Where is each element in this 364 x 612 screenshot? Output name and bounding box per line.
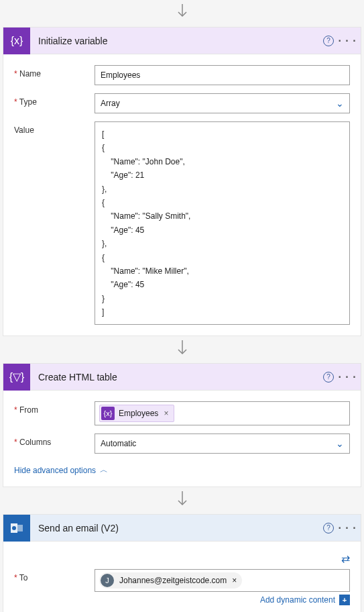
action-title: Send an email (V2) [30,523,319,533]
chevron-down-icon: ⌄ [336,438,344,449]
action-title: Create HTML table [30,372,319,382]
label-from: From [14,401,95,425]
svg-point-5 [12,526,16,530]
avatar: J [101,574,114,587]
variable-icon: {x} [3,28,30,54]
menu-button[interactable]: · · · [338,519,357,538]
add-dynamic-content-link[interactable]: Add dynamic content + [95,595,350,605]
help-button[interactable]: ? [319,32,338,50]
action-initialize-variable: {x} Initialize variable ? · · · Name Emp… [3,27,361,336]
variable-icon: {x} [101,407,115,420]
value-textarea[interactable]: [ { "Name": "John Doe", "Age": 21 }, { "… [95,121,350,325]
svg-rect-4 [17,525,23,531]
label-type: Type [14,93,95,113]
columns-select-value: Automatic [101,439,136,448]
label-name: Name [14,65,95,85]
to-input[interactable]: J Johannes@zeitgeistcode.com × [95,569,350,592]
chevron-down-icon: ⌄ [336,98,344,109]
type-select-value: Array [101,99,120,108]
outlook-icon [3,515,30,542]
hide-advanced-link[interactable]: Hide advanced options ︿ [14,464,108,476]
token-remove[interactable]: × [162,409,170,418]
from-input[interactable]: {x} Employees × [95,401,350,425]
help-button[interactable]: ? [319,519,338,538]
flow-arrow [0,336,364,363]
action-header[interactable]: Send an email (V2) ? · · · [3,515,361,542]
menu-button[interactable]: · · · [338,368,357,387]
chevron-up-icon: ︿ [100,464,108,476]
flow-arrow [0,487,364,514]
table-icon: {▽} [3,364,30,391]
token-employees[interactable]: {x} Employees × [99,405,174,422]
label-to: To [14,569,95,605]
token-label: Employees [119,409,158,418]
menu-button[interactable]: · · · [338,32,357,50]
columns-select[interactable]: Automatic ⌄ [95,434,350,454]
recipient-chip[interactable]: J Johannes@zeitgeistcode.com × [99,572,242,589]
action-create-html-table: {▽} Create HTML table ? · · · From {x} E… [3,363,361,487]
help-button[interactable]: ? [319,368,338,387]
recipient-email: Johannes@zeitgeistcode.com [119,576,227,585]
action-header[interactable]: {▽} Create HTML table ? · · · [3,364,361,391]
action-title: Initialize variable [30,36,319,46]
swap-mode-button[interactable]: ⇄ [341,552,350,565]
action-send-email: Send an email (V2) ? · · · ⇄ To J Johann… [3,514,361,612]
label-columns: Columns [14,434,95,454]
plus-icon: + [339,595,350,605]
name-input[interactable]: Employees [95,65,350,85]
flow-arrow-top [0,0,364,27]
action-header[interactable]: {x} Initialize variable ? · · · [3,28,361,54]
recipient-remove[interactable]: × [232,576,237,585]
label-value: Value [14,121,95,325]
type-select[interactable]: Array ⌄ [95,93,350,113]
